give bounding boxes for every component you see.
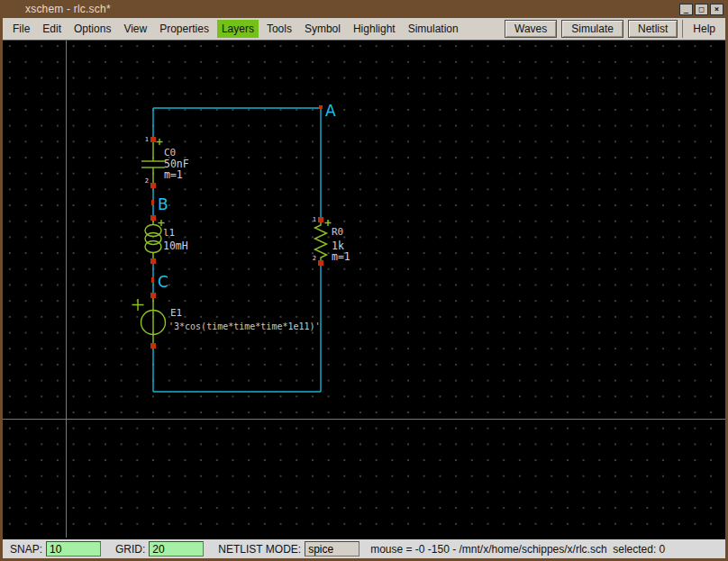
component-inductor[interactable]: l1 10mH [145, 215, 188, 264]
inductor-pin2-terminal [150, 258, 156, 264]
inductor-pin1-terminal [150, 215, 156, 221]
close-icon[interactable]: × [710, 4, 723, 15]
snap-input[interactable] [46, 541, 101, 556]
component-resistor[interactable]: 1 2 R0 1k m=1 [313, 216, 350, 266]
resistor-pin1-terminal [318, 217, 323, 222]
maximize-icon[interactable]: □ [695, 4, 708, 15]
capacitor-pin1-number: 1 [145, 136, 149, 143]
resistor-pin2-number: 2 [313, 255, 316, 262]
menu-options[interactable]: Options [69, 20, 115, 38]
title-bar[interactable]: xschem - rlc.sch* _ □ × [0, 0, 728, 18]
capacitor-plus-icon [157, 139, 163, 145]
simulate-button[interactable]: Simulate [561, 20, 623, 38]
capacitor-mult: m=1 [164, 168, 183, 181]
menu-edit[interactable]: Edit [38, 20, 66, 38]
capacitor-pin1-terminal [150, 137, 156, 142]
capacitor-pin2-terminal [150, 183, 156, 188]
netlist-mode-label: NETLIST MODE: [218, 543, 301, 556]
inductor-plus-icon [159, 220, 165, 226]
menu-view[interactable]: View [119, 20, 151, 38]
origin-axes [3, 41, 725, 538]
menu-bar: File Edit Options View Properties Layers… [3, 18, 725, 41]
toolbar-buttons: Waves Simulate Netlist Help [505, 18, 725, 41]
source-ref: E1 [170, 307, 182, 319]
minimize-icon[interactable]: _ [679, 4, 693, 15]
window-controls: _ □ × [679, 4, 723, 15]
menu-tools[interactable]: Tools [262, 20, 296, 38]
resistor-mult: m=1 [332, 250, 350, 263]
inductor-symbol [145, 220, 165, 258]
grid-input[interactable] [149, 541, 204, 556]
schematic-canvas[interactable]: 1 2 C0 50nF m=1 l1 10mH [3, 41, 725, 538]
resistor-plus-icon [325, 220, 332, 226]
source-pin2-terminal [150, 343, 156, 348]
schematic-drawing: 1 2 C0 50nF m=1 l1 10mH [3, 41, 725, 538]
net-label-c-pin [151, 277, 154, 283]
net-label-c[interactable]: C [158, 273, 168, 291]
resistor-pin2-terminal [318, 260, 323, 266]
menu-layers[interactable]: Layers [217, 20, 259, 38]
inductor-value: 10mH [163, 240, 188, 252]
menu-properties[interactable]: Properties [155, 20, 214, 38]
menu-file[interactable]: File [8, 20, 34, 38]
component-capacitor[interactable]: 1 2 C0 50nF m=1 [141, 136, 189, 188]
source-plus-icon [132, 299, 144, 311]
resistor-symbol [315, 220, 332, 260]
net-labels: A B C [151, 102, 336, 291]
net-label-b[interactable]: B [158, 195, 168, 213]
resistor-pin1-number: 1 [313, 216, 316, 223]
xschem-window: xschem - rlc.sch* _ □ × File Edit Option… [0, 0, 728, 561]
waves-button[interactable]: Waves [505, 20, 557, 38]
net-label-a[interactable]: A [325, 102, 336, 120]
component-source[interactable]: E1 '3*cos(time*time*time*1e11)' [132, 293, 321, 348]
netlist-mode-input[interactable] [305, 541, 359, 556]
source-pin1-terminal [150, 293, 156, 298]
mouse-status-text: mouse = -0 -150 - /mnt/x/home/schippes/x… [370, 543, 665, 556]
help-button[interactable]: Help [682, 20, 723, 38]
capacitor-pin2-number: 2 [145, 177, 149, 185]
grid-label: GRID: [115, 543, 145, 556]
menu-highlight[interactable]: Highlight [349, 20, 400, 38]
inductor-ref: l1 [163, 227, 175, 239]
capacitor-symbol [141, 139, 165, 183]
menu-symbol[interactable]: Symbol [300, 20, 345, 38]
net-label-b-pin [151, 200, 154, 205]
status-bar: SNAP: GRID: NETLIST MODE: mouse = -0 -15… [3, 538, 725, 558]
source-value: '3*cos(time*time*time*1e11)' [168, 321, 321, 331]
snap-label: SNAP: [10, 543, 42, 556]
resistor-ref: R0 [332, 226, 343, 238]
net-label-a-pin [319, 105, 323, 109]
menu-simulation[interactable]: Simulation [404, 20, 463, 38]
window-title: xschem - rlc.sch* [25, 3, 111, 15]
netlist-button[interactable]: Netlist [628, 20, 678, 38]
source-symbol [132, 298, 166, 343]
